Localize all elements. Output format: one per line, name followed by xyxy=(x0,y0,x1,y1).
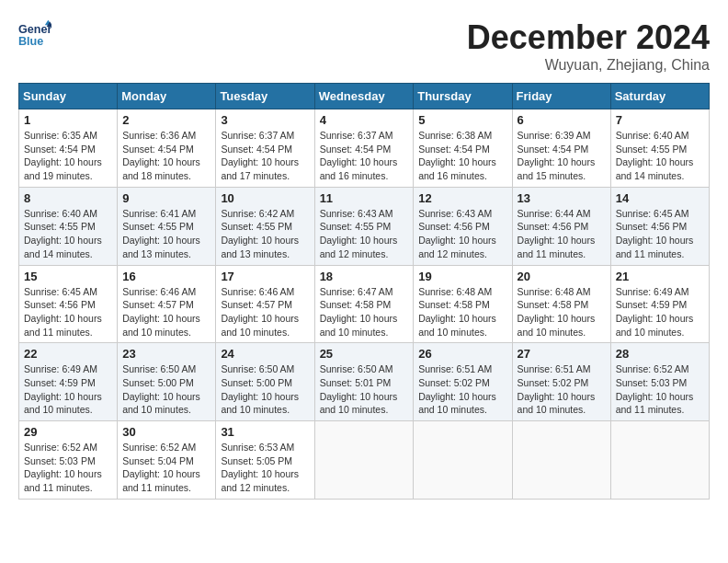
logo-icon: General Blue xyxy=(18,18,51,52)
day-info: Sunrise: 6:45 AMSunset: 4:56 PMDaylight:… xyxy=(616,207,704,261)
day-number: 30 xyxy=(122,425,210,439)
day-info: Sunrise: 6:46 AMSunset: 4:57 PMDaylight:… xyxy=(122,285,210,339)
calendar-cell: 20Sunrise: 6:48 AMSunset: 4:58 PMDayligh… xyxy=(512,265,610,343)
day-info: Sunrise: 6:40 AMSunset: 4:55 PMDaylight:… xyxy=(616,129,704,183)
calendar-cell: 21Sunrise: 6:49 AMSunset: 4:59 PMDayligh… xyxy=(610,265,709,343)
day-number: 16 xyxy=(122,270,210,283)
day-info: Sunrise: 6:45 AMSunset: 4:56 PMDaylight:… xyxy=(24,285,112,339)
calendar-cell: 23Sunrise: 6:50 AMSunset: 5:00 PMDayligh… xyxy=(118,343,216,421)
calendar-table: SundayMondayTuesdayWednesdayThursdayFrid… xyxy=(18,83,710,500)
day-number: 24 xyxy=(221,347,309,361)
month-title: December 2024 xyxy=(467,18,710,57)
calendar-cell: 3Sunrise: 6:37 AMSunset: 4:54 PMDaylight… xyxy=(216,109,314,188)
day-info: Sunrise: 6:39 AMSunset: 4:54 PMDaylight:… xyxy=(518,129,606,183)
day-number: 13 xyxy=(518,191,606,205)
day-number: 20 xyxy=(518,270,606,283)
calendar-cell: 19Sunrise: 6:48 AMSunset: 4:58 PMDayligh… xyxy=(414,265,512,343)
day-number: 31 xyxy=(221,425,309,439)
calendar-cell: 9Sunrise: 6:41 AMSunset: 4:55 PMDaylight… xyxy=(118,187,216,265)
calendar-cell: 27Sunrise: 6:51 AMSunset: 5:02 PMDayligh… xyxy=(512,343,610,421)
calendar-cell: 5Sunrise: 6:38 AMSunset: 4:54 PMDaylight… xyxy=(414,109,512,188)
day-info: Sunrise: 6:40 AMSunset: 4:55 PMDaylight:… xyxy=(24,207,112,261)
day-info: Sunrise: 6:36 AMSunset: 4:54 PMDaylight:… xyxy=(122,129,210,183)
day-number: 14 xyxy=(616,191,704,205)
calendar-cell xyxy=(314,421,414,500)
calendar-cell: 17Sunrise: 6:46 AMSunset: 4:57 PMDayligh… xyxy=(216,265,314,343)
day-info: Sunrise: 6:50 AMSunset: 5:00 PMDaylight:… xyxy=(221,362,309,417)
calendar-cell: 7Sunrise: 6:40 AMSunset: 4:55 PMDaylight… xyxy=(610,109,709,188)
calendar-week-2: 8Sunrise: 6:40 AMSunset: 4:55 PMDaylight… xyxy=(19,187,710,265)
calendar-cell: 22Sunrise: 6:49 AMSunset: 4:59 PMDayligh… xyxy=(19,343,118,421)
day-number: 12 xyxy=(418,191,506,205)
day-info: Sunrise: 6:48 AMSunset: 4:58 PMDaylight:… xyxy=(418,285,506,339)
day-number: 25 xyxy=(320,347,409,361)
title-section: December 2024 Wuyuan, Zhejiang, China xyxy=(467,18,710,74)
calendar-cell: 18Sunrise: 6:47 AMSunset: 4:58 PMDayligh… xyxy=(314,265,414,343)
calendar-cell: 28Sunrise: 6:52 AMSunset: 5:03 PMDayligh… xyxy=(610,343,709,421)
day-number: 3 xyxy=(221,113,309,127)
day-info: Sunrise: 6:53 AMSunset: 5:05 PMDaylight:… xyxy=(221,441,309,495)
calendar-cell: 4Sunrise: 6:37 AMSunset: 4:54 PMDaylight… xyxy=(314,109,414,188)
calendar-cell xyxy=(610,421,709,500)
day-info: Sunrise: 6:41 AMSunset: 4:55 PMDaylight:… xyxy=(122,207,210,261)
day-number: 1 xyxy=(24,113,112,127)
calendar-cell: 1Sunrise: 6:35 AMSunset: 4:54 PMDaylight… xyxy=(19,109,118,188)
day-info: Sunrise: 6:49 AMSunset: 4:59 PMDaylight:… xyxy=(616,285,704,339)
calendar-cell: 30Sunrise: 6:52 AMSunset: 5:04 PMDayligh… xyxy=(118,421,216,500)
logo: General Blue xyxy=(18,18,51,52)
weekday-header-tuesday: Tuesday xyxy=(216,84,314,109)
calendar-cell: 26Sunrise: 6:51 AMSunset: 5:02 PMDayligh… xyxy=(414,343,512,421)
day-number: 27 xyxy=(518,347,606,361)
calendar-cell: 13Sunrise: 6:44 AMSunset: 4:56 PMDayligh… xyxy=(512,187,610,265)
day-info: Sunrise: 6:43 AMSunset: 4:56 PMDaylight:… xyxy=(418,207,506,261)
day-number: 26 xyxy=(418,347,506,361)
day-info: Sunrise: 6:48 AMSunset: 4:58 PMDaylight:… xyxy=(518,285,606,339)
location: Wuyuan, Zhejiang, China xyxy=(467,57,710,74)
day-info: Sunrise: 6:44 AMSunset: 4:56 PMDaylight:… xyxy=(518,207,606,261)
weekday-header-row: SundayMondayTuesdayWednesdayThursdayFrid… xyxy=(19,84,710,109)
calendar-cell: 10Sunrise: 6:42 AMSunset: 4:55 PMDayligh… xyxy=(216,187,314,265)
calendar-cell: 29Sunrise: 6:52 AMSunset: 5:03 PMDayligh… xyxy=(19,421,118,500)
day-info: Sunrise: 6:51 AMSunset: 5:02 PMDaylight:… xyxy=(418,362,506,417)
day-info: Sunrise: 6:52 AMSunset: 5:03 PMDaylight:… xyxy=(616,362,704,417)
day-info: Sunrise: 6:37 AMSunset: 4:54 PMDaylight:… xyxy=(320,129,409,183)
day-number: 18 xyxy=(320,270,409,283)
day-info: Sunrise: 6:37 AMSunset: 4:54 PMDaylight:… xyxy=(221,129,309,183)
day-number: 4 xyxy=(320,113,409,127)
day-info: Sunrise: 6:49 AMSunset: 4:59 PMDaylight:… xyxy=(24,362,112,417)
day-number: 11 xyxy=(320,191,409,205)
weekday-header-sunday: Sunday xyxy=(19,84,118,109)
weekday-header-friday: Friday xyxy=(512,84,610,109)
weekday-header-wednesday: Wednesday xyxy=(314,84,414,109)
day-info: Sunrise: 6:51 AMSunset: 5:02 PMDaylight:… xyxy=(518,362,606,417)
day-number: 9 xyxy=(122,191,210,205)
day-number: 8 xyxy=(24,191,112,205)
day-number: 5 xyxy=(418,113,506,127)
day-info: Sunrise: 6:52 AMSunset: 5:04 PMDaylight:… xyxy=(122,441,210,495)
calendar-cell xyxy=(512,421,610,500)
day-number: 22 xyxy=(24,347,112,361)
calendar-cell: 12Sunrise: 6:43 AMSunset: 4:56 PMDayligh… xyxy=(414,187,512,265)
day-info: Sunrise: 6:46 AMSunset: 4:57 PMDaylight:… xyxy=(221,285,309,339)
day-number: 10 xyxy=(221,191,309,205)
calendar-cell: 25Sunrise: 6:50 AMSunset: 5:01 PMDayligh… xyxy=(314,343,414,421)
weekday-header-saturday: Saturday xyxy=(610,84,709,109)
page-header: General Blue December 2024 Wuyuan, Zheji… xyxy=(18,18,710,74)
day-number: 23 xyxy=(122,347,210,361)
day-info: Sunrise: 6:50 AMSunset: 5:00 PMDaylight:… xyxy=(122,362,210,417)
day-number: 15 xyxy=(24,270,112,283)
day-number: 17 xyxy=(221,270,309,283)
calendar-cell: 8Sunrise: 6:40 AMSunset: 4:55 PMDaylight… xyxy=(19,187,118,265)
day-info: Sunrise: 6:38 AMSunset: 4:54 PMDaylight:… xyxy=(418,129,506,183)
day-number: 21 xyxy=(616,270,704,283)
calendar-week-3: 15Sunrise: 6:45 AMSunset: 4:56 PMDayligh… xyxy=(19,265,710,343)
day-number: 2 xyxy=(122,113,210,127)
day-info: Sunrise: 6:43 AMSunset: 4:55 PMDaylight:… xyxy=(320,207,409,261)
calendar-week-1: 1Sunrise: 6:35 AMSunset: 4:54 PMDaylight… xyxy=(19,109,710,188)
day-info: Sunrise: 6:47 AMSunset: 4:58 PMDaylight:… xyxy=(320,285,409,339)
day-number: 29 xyxy=(24,425,112,439)
calendar-cell: 24Sunrise: 6:50 AMSunset: 5:00 PMDayligh… xyxy=(216,343,314,421)
day-number: 7 xyxy=(616,113,704,127)
calendar-cell: 6Sunrise: 6:39 AMSunset: 4:54 PMDaylight… xyxy=(512,109,610,188)
svg-text:Blue: Blue xyxy=(18,35,43,48)
